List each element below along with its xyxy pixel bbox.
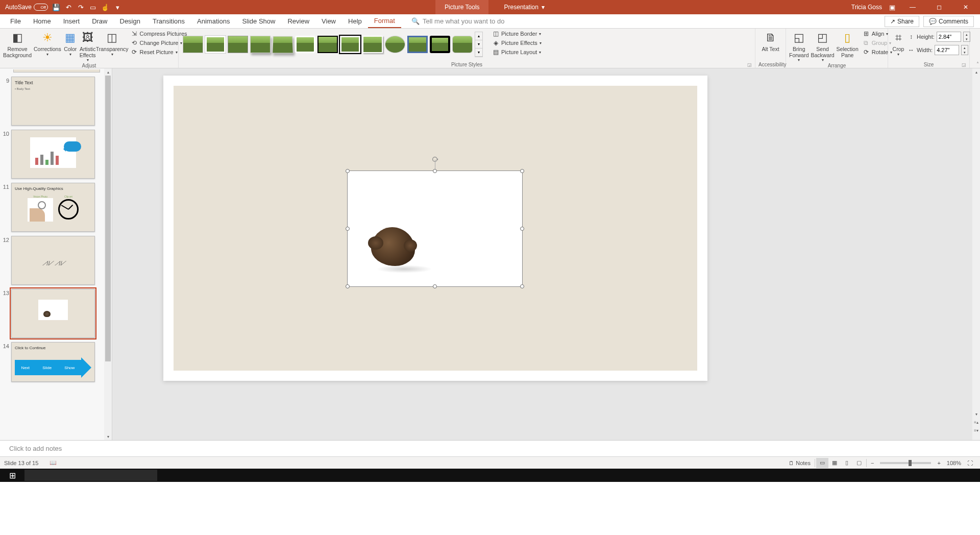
style-thumb-3[interactable] <box>228 36 248 53</box>
fit-to-window-icon[interactable]: ⛶ <box>964 457 976 469</box>
start-from-beginning-icon[interactable]: ▭ <box>89 3 97 11</box>
crop-button[interactable]: ⌗ Crop ▾ <box>891 30 905 57</box>
touch-mode-icon[interactable]: ☝ <box>101 3 109 11</box>
zoom-slider[interactable] <box>880 462 931 464</box>
handle-tl[interactable] <box>346 169 350 173</box>
picture-layout-button[interactable]: ▤Picture Layout▾ <box>490 48 544 56</box>
selection-pane-button[interactable]: ▯ Selection Pane <box>837 30 859 58</box>
selected-picture[interactable] <box>347 171 523 287</box>
tab-transitions[interactable]: Transitions <box>146 14 191 28</box>
style-thumb-11[interactable] <box>407 36 428 53</box>
picture-effects-button[interactable]: ◈Picture Effects▾ <box>490 39 544 47</box>
tab-design[interactable]: Design <box>114 14 146 28</box>
slide-counter[interactable]: Slide 13 of 15 <box>4 460 38 466</box>
remove-background-button[interactable]: ◧ Remove Background <box>3 30 32 58</box>
zoom-slider-handle[interactable] <box>909 460 912 466</box>
artistic-effects-button[interactable]: 🖼 Artistic Effects ▾ <box>80 30 96 63</box>
style-thumb-9[interactable] <box>362 36 383 53</box>
slide-background[interactable] <box>163 76 707 381</box>
close-button[interactable]: ✕ <box>955 0 976 14</box>
share-button[interactable]: ↗ Share <box>885 16 919 27</box>
style-thumb-5[interactable] <box>272 36 293 54</box>
height-input[interactable] <box>937 32 961 42</box>
style-thumb-4[interactable] <box>250 36 271 53</box>
height-spin-down[interactable]: ▾ <box>964 37 970 41</box>
bring-forward-button[interactable]: ◱ Bring Forward ▾ <box>789 30 809 63</box>
thumb-scroll-down[interactable]: ▾ <box>104 433 112 440</box>
tab-review[interactable]: Review <box>281 14 315 28</box>
gallery-more-button[interactable]: ▾ <box>475 48 482 57</box>
tab-home[interactable]: Home <box>27 14 57 28</box>
tell-me-search[interactable]: 🔍 Tell me what you want to do <box>411 14 504 28</box>
zoom-in-button[interactable]: + <box>934 457 943 469</box>
qat-customize-icon[interactable]: ▾ <box>113 3 121 11</box>
slideshow-view-icon[interactable]: ▢ <box>853 458 865 468</box>
handle-ml[interactable] <box>346 227 350 231</box>
slide-sorter-view-icon[interactable]: ▦ <box>828 458 841 468</box>
style-thumb-7[interactable] <box>317 36 338 53</box>
thumb-scroll-up[interactable]: ▴ <box>104 68 112 76</box>
save-icon[interactable]: 💾 <box>52 3 60 11</box>
tab-slideshow[interactable]: Slide Show <box>236 14 281 28</box>
color-button[interactable]: ▦ Color ▾ <box>63 30 78 57</box>
comments-button[interactable]: 💬 Comments <box>923 16 974 27</box>
ribbon-display-options-icon[interactable]: ▣ <box>888 3 896 11</box>
size-launcher-icon[interactable]: ◲ <box>962 62 966 67</box>
style-thumb-10[interactable] <box>385 36 405 53</box>
zoom-out-button[interactable]: − <box>868 457 877 469</box>
gallery-scroll-down[interactable]: ▾ <box>475 40 482 48</box>
tab-file[interactable]: File <box>4 14 27 28</box>
handle-bm[interactable] <box>433 284 437 288</box>
undo-icon[interactable]: ↶ <box>64 3 72 11</box>
canvas-scroll-up[interactable]: ▴ <box>972 68 980 76</box>
contextual-tab-picture-tools[interactable]: Picture Tools <box>435 0 488 14</box>
handle-tm[interactable] <box>433 169 437 173</box>
redo-icon[interactable]: ↷ <box>77 3 85 11</box>
style-thumb-1[interactable] <box>183 36 203 53</box>
tab-insert[interactable]: Insert <box>57 14 86 28</box>
slide-thumb-9[interactable]: 9 Title Text • Body Text <box>2 77 102 126</box>
thumbnail-scrollbar[interactable]: ▴ ▾ <box>104 68 112 440</box>
user-name[interactable]: Tricia Goss <box>851 4 882 11</box>
tab-view[interactable]: View <box>315 14 342 28</box>
height-spin-up[interactable]: ▴ <box>964 32 970 37</box>
tab-format[interactable]: Format <box>368 14 401 28</box>
normal-view-icon[interactable]: ▭ <box>816 458 828 468</box>
handle-tr[interactable] <box>520 169 524 173</box>
spell-check-icon[interactable]: 📖 <box>46 457 60 469</box>
thumb-scroll-handle[interactable] <box>105 76 111 361</box>
slide-thumb-14[interactable]: 14 Click to Continue Next Slide Show <box>2 342 102 382</box>
style-thumb-2[interactable] <box>205 36 226 53</box>
slide-thumb-10[interactable]: 10 ✦ <box>2 130 102 179</box>
autosave-toggle[interactable]: AutoSave Off <box>5 4 48 11</box>
maximize-button[interactable]: ◻ <box>929 0 949 14</box>
canvas-scrollbar-v[interactable]: ▴ ▾ ≡▴ ≡▾ <box>972 68 980 440</box>
handle-br[interactable] <box>520 284 524 288</box>
notes-button[interactable]: 🗒Notes <box>786 457 814 469</box>
tab-help[interactable]: Help <box>342 14 368 28</box>
style-thumb-12[interactable] <box>430 36 450 53</box>
gallery-scroll-up[interactable]: ▴ <box>475 32 482 40</box>
slide-thumb-11[interactable]: 11 Use High-Quality Graphics Vision Phot… <box>2 183 102 232</box>
document-title[interactable]: Presentation ▾ <box>504 4 545 11</box>
handle-bl[interactable] <box>346 284 350 288</box>
tab-draw[interactable]: Draw <box>86 14 113 28</box>
collapse-ribbon-icon[interactable]: ˄ <box>976 61 979 67</box>
slide-thumb-12[interactable]: 12 ⩘⩗⩘⩗ <box>2 236 102 285</box>
styles-launcher-icon[interactable]: ◲ <box>747 62 752 67</box>
width-spin-down[interactable]: ▾ <box>962 50 968 55</box>
style-thumb-13[interactable] <box>452 36 473 53</box>
canvas-scroll-down[interactable]: ▾ <box>972 410 980 418</box>
picture-border-button[interactable]: ◫Picture Border▾ <box>490 30 544 38</box>
handle-mr[interactable] <box>520 227 524 231</box>
minimize-button[interactable]: ― <box>902 0 923 14</box>
prev-slide-icon[interactable]: ≡▴ <box>972 419 980 426</box>
tab-animations[interactable]: Animations <box>191 14 236 28</box>
width-spin-up[interactable]: ▴ <box>962 45 968 50</box>
start-button[interactable]: ⊞ <box>0 469 24 482</box>
slide-thumb-13[interactable]: 13 <box>2 289 102 338</box>
corrections-button[interactable]: ☀ Corrections ▾ <box>34 30 61 57</box>
reading-view-icon[interactable]: ▯ <box>841 458 853 468</box>
style-thumb-8[interactable] <box>340 36 360 53</box>
zoom-percent[interactable]: 108% <box>944 460 964 466</box>
